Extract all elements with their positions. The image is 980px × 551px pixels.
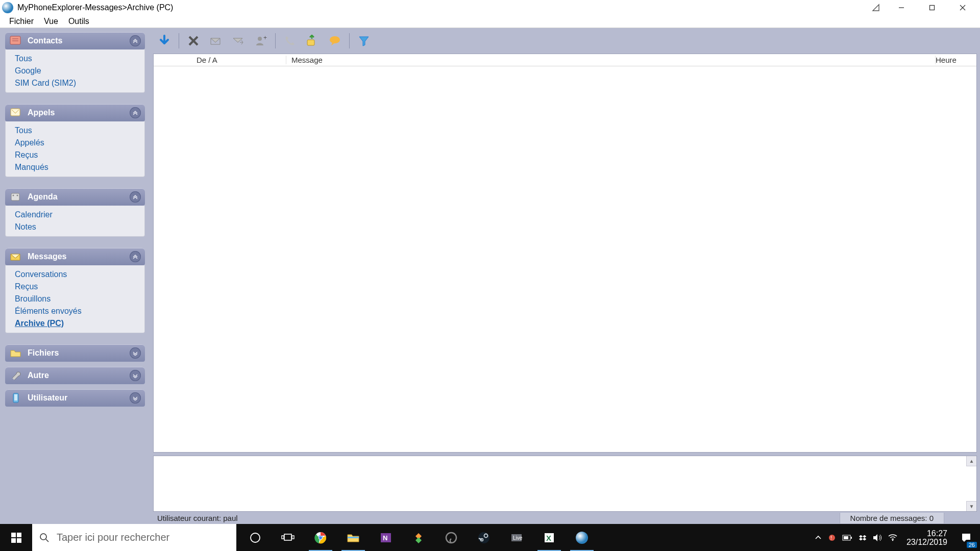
- taskbar-clock[interactable]: 16:27 23/12/2019: [901, 529, 952, 546]
- svg-point-25: [251, 533, 260, 542]
- tray-battery-icon[interactable]: [842, 535, 852, 541]
- svg-text:!: !: [830, 535, 832, 541]
- notification-center[interactable]: 26: [952, 524, 980, 551]
- tray-chevron-icon[interactable]: [815, 534, 822, 541]
- task-chrome[interactable]: [305, 524, 336, 551]
- forward-button[interactable]: [229, 32, 248, 50]
- window-maximize-button[interactable]: [917, 0, 947, 15]
- content-area: + De / A Message He: [150, 28, 980, 524]
- panel-other: Autre: [5, 367, 145, 384]
- app-icon: [2, 2, 13, 13]
- window-close-button[interactable]: [947, 0, 978, 15]
- tray-wifi-icon[interactable]: [888, 534, 897, 541]
- reply-button[interactable]: [207, 32, 225, 50]
- system-tray[interactable]: !: [811, 524, 901, 551]
- expand-icon[interactable]: [130, 370, 141, 381]
- svg-text:X: X: [546, 534, 551, 542]
- task-steam[interactable]: [468, 524, 500, 551]
- svg-line-24: [46, 539, 48, 542]
- panel-header-other[interactable]: Autre: [5, 367, 145, 384]
- task-taskview[interactable]: [272, 524, 304, 551]
- signal-icon: [866, 4, 886, 12]
- task-myphoneexplorer[interactable]: [566, 524, 598, 551]
- svg-rect-4: [10, 36, 20, 44]
- task-excel[interactable]: X: [533, 524, 565, 551]
- nav-msg-envoyes[interactable]: Éléments envoyés: [6, 305, 144, 317]
- menu-view[interactable]: Vue: [39, 16, 63, 27]
- menu-file[interactable]: Fichier: [4, 16, 39, 27]
- nav-calls-tous[interactable]: Tous: [6, 124, 144, 137]
- taskbar-search[interactable]: Taper ici pour rechercher: [32, 524, 236, 551]
- title-app: MyPhoneExplorer: [17, 3, 82, 12]
- nav-calls-recus[interactable]: Reçus: [6, 149, 144, 161]
- nav-msg-archive[interactable]: Archive (PC): [6, 317, 144, 330]
- download-button[interactable]: [155, 32, 174, 50]
- export-button[interactable]: [303, 32, 322, 50]
- filter-button[interactable]: [355, 32, 373, 50]
- scroll-down-button[interactable]: ▼: [966, 501, 976, 511]
- task-onenote[interactable]: N: [370, 524, 402, 551]
- menu-tools[interactable]: Outils: [63, 16, 94, 27]
- message-list[interactable]: De / A Message Heure: [153, 54, 977, 453]
- statusbar: Utilisateur courant: paul Nombre de mess…: [150, 512, 980, 524]
- svg-rect-12: [14, 394, 17, 400]
- expand-icon[interactable]: [130, 347, 141, 359]
- expand-icon[interactable]: [130, 392, 141, 404]
- delete-button[interactable]: [184, 32, 203, 50]
- nav-agenda-calendrier[interactable]: Calendrier: [6, 209, 144, 221]
- task-cortana[interactable]: [239, 524, 271, 551]
- panel-header-messages[interactable]: Messages: [5, 248, 145, 265]
- panel-agenda: Agenda Calendrier Notes: [5, 188, 145, 237]
- tray-security-icon[interactable]: !: [828, 534, 836, 542]
- nav-calls-manques[interactable]: Manqués: [6, 161, 144, 173]
- status-user-value: paul: [223, 514, 237, 522]
- panel-header-contacts[interactable]: Contacts: [5, 32, 145, 49]
- svg-point-10: [17, 195, 18, 196]
- task-app-orange[interactable]: [403, 524, 434, 551]
- panel-header-calls[interactable]: Appels: [5, 104, 145, 121]
- status-count-value: 0: [929, 514, 934, 522]
- preview-pane[interactable]: ▲ ▼: [153, 456, 977, 512]
- collapse-icon[interactable]: [130, 107, 141, 118]
- window-minimize-button[interactable]: [886, 0, 917, 15]
- chat-button[interactable]: [326, 32, 344, 50]
- panel-header-agenda[interactable]: Agenda: [5, 188, 145, 206]
- panel-header-files[interactable]: Fichiers: [5, 344, 145, 362]
- panel-title: Agenda: [28, 192, 58, 202]
- panel-header-user[interactable]: Utilisateur: [5, 389, 145, 407]
- scroll-up-button[interactable]: ▲: [966, 456, 976, 466]
- svg-text:Live: Live: [513, 535, 523, 541]
- svg-point-9: [13, 195, 14, 196]
- svg-point-45: [829, 535, 835, 541]
- add-contact-button[interactable]: +: [252, 32, 270, 50]
- svg-point-36: [446, 533, 456, 543]
- nav-agenda-notes[interactable]: Notes: [6, 221, 144, 233]
- task-explorer[interactable]: [337, 524, 369, 551]
- svg-rect-21: [11, 538, 16, 543]
- nav-contacts-sim[interactable]: SIM Card (SIM2): [6, 77, 144, 89]
- column-message[interactable]: Message: [286, 56, 936, 64]
- nav-contacts-tous[interactable]: Tous: [6, 53, 144, 65]
- collapse-icon[interactable]: [130, 35, 141, 46]
- svg-rect-48: [851, 537, 852, 539]
- column-time[interactable]: Heure: [936, 56, 976, 64]
- tray-volume-icon[interactable]: [873, 534, 882, 542]
- start-button[interactable]: [0, 524, 32, 551]
- svg-rect-27: [282, 536, 284, 539]
- call-button[interactable]: [281, 32, 299, 50]
- clock-date: 23/12/2019: [906, 538, 947, 546]
- panel-title: Fichiers: [28, 348, 59, 358]
- nav-msg-brouillons[interactable]: Brouillons: [6, 293, 144, 305]
- column-from[interactable]: De / A: [194, 56, 286, 64]
- nav-contacts-google[interactable]: Google: [6, 65, 144, 77]
- contacts-icon: [8, 34, 23, 47]
- collapse-icon[interactable]: [130, 191, 141, 203]
- nav-msg-recus[interactable]: Reçus: [6, 281, 144, 293]
- nav-calls-appeles[interactable]: Appelés: [6, 137, 144, 149]
- task-app-circle[interactable]: [435, 524, 467, 551]
- tray-dropbox-icon[interactable]: [859, 534, 867, 542]
- collapse-icon[interactable]: [130, 251, 141, 262]
- task-live[interactable]: Live: [501, 524, 532, 551]
- panel-title: Appels: [28, 108, 55, 117]
- nav-msg-conversations[interactable]: Conversations: [6, 268, 144, 281]
